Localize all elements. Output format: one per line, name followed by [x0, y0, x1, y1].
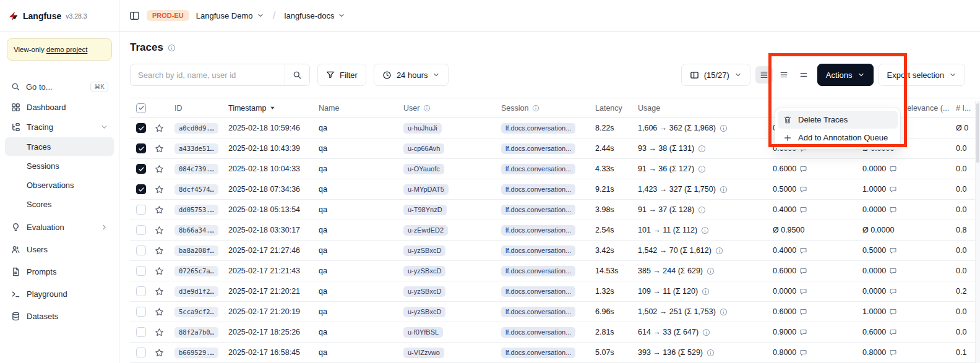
session-badge[interactable]: lf.docs.conversation...: [501, 164, 575, 174]
row-checkbox[interactable]: [136, 123, 146, 133]
sidebar-item-traces[interactable]: Traces: [5, 137, 114, 156]
table-row[interactable]: 8dcf4574...2025-02-18 07:34:36qau-MYpDAT…: [130, 179, 980, 200]
session-badge[interactable]: lf.docs.conversation...: [501, 143, 575, 154]
row-checkbox[interactable]: [136, 143, 146, 153]
session-cell[interactable]: lf.docs.conversation...: [496, 343, 590, 362]
session-cell[interactable]: lf.docs.conversation...: [496, 139, 590, 158]
filter-button[interactable]: Filter: [317, 64, 366, 86]
header-timestamp[interactable]: Timestamp: [223, 98, 314, 117]
table-row[interactable]: b669529...2025-02-17 16:58:45qau-VIZzvwo…: [130, 343, 980, 363]
sidebar-item-tracing[interactable]: Tracing: [5, 117, 114, 137]
trace-id-cell[interactable]: 07265c7a...: [170, 261, 223, 281]
trace-id-cell[interactable]: ba8a208f...: [170, 241, 223, 260]
trace-id-badge[interactable]: b669529...: [174, 348, 218, 358]
table-scrollbar[interactable]: [975, 101, 980, 363]
user-badge[interactable]: u-yzSBxcD: [403, 286, 445, 297]
trace-id-cell[interactable]: 5cca9cf2...: [170, 302, 223, 322]
session-badge[interactable]: lf.docs.conversation...: [501, 246, 575, 256]
session-badge[interactable]: lf.docs.conversation...: [501, 225, 575, 236]
trace-id-cell[interactable]: d3e9d1f2...: [170, 281, 223, 301]
trace-id-cell[interactable]: dd05753...: [170, 200, 223, 220]
star-icon[interactable]: [155, 287, 164, 296]
menu-item-add-to-annotation-queue[interactable]: Add to Annotation Queue: [778, 129, 898, 147]
user-cell[interactable]: u-f0YfBSL: [398, 322, 496, 342]
trace-id-cell[interactable]: b669529...: [170, 343, 223, 362]
sidebar-item-playground[interactable]: Playground: [5, 284, 114, 304]
user-badge[interactable]: u-MYpDAT5: [403, 184, 449, 195]
user-cell[interactable]: u-huJhuJi: [398, 118, 496, 138]
trace-id-cell[interactable]: a0cd0d9...: [170, 118, 223, 138]
trace-id-badge[interactable]: a433de51...: [174, 143, 218, 154]
scrollbar-thumb[interactable]: [976, 103, 979, 163]
user-cell[interactable]: u-yzSBxcD: [398, 302, 496, 322]
row-checkbox[interactable]: [136, 184, 146, 194]
session-cell[interactable]: lf.docs.conversation...: [496, 261, 590, 281]
sidebar-item-prompts[interactable]: Prompts: [5, 262, 114, 281]
user-cell[interactable]: u-yzSBxcD: [398, 241, 496, 260]
user-cell[interactable]: u-T98YnzD: [398, 200, 496, 220]
table-row[interactable]: 07265c7a...2025-02-17 21:21:43qau-yzSBxc…: [130, 261, 980, 281]
row-height-small-button[interactable]: [755, 66, 773, 83]
trace-id-cell[interactable]: 8b66a34...: [170, 220, 223, 240]
row-checkbox[interactable]: [136, 164, 146, 174]
star-icon[interactable]: [155, 185, 164, 194]
trace-id-cell[interactable]: 084c739...: [170, 159, 223, 179]
row-height-medium-button[interactable]: [775, 66, 793, 83]
user-badge[interactable]: u-VIZzvwo: [403, 348, 444, 358]
trace-id-badge[interactable]: d3e9d1f2...: [174, 286, 218, 297]
session-cell[interactable]: lf.docs.conversation...: [496, 322, 590, 342]
demo-project-link[interactable]: demo project: [46, 46, 87, 53]
sidebar-item-datasets[interactable]: Datasets: [5, 307, 114, 326]
user-badge[interactable]: u-yzSBxcD: [403, 246, 445, 256]
session-cell[interactable]: lf.docs.conversation...: [496, 220, 590, 240]
star-icon[interactable]: [155, 246, 164, 255]
actions-button[interactable]: Actions: [817, 64, 874, 86]
row-height-large-button[interactable]: [795, 66, 812, 83]
session-cell[interactable]: lf.docs.conversation...: [496, 159, 590, 179]
session-badge[interactable]: lf.docs.conversation...: [501, 266, 575, 276]
user-badge[interactable]: u-OYauofc: [403, 164, 444, 174]
sidebar-item-dashboard[interactable]: Dashboard: [5, 98, 114, 117]
star-icon[interactable]: [155, 267, 164, 276]
session-badge[interactable]: lf.docs.conversation...: [501, 348, 575, 358]
star-icon[interactable]: [155, 124, 164, 133]
trace-id-badge[interactable]: 084c739...: [174, 164, 218, 174]
org-switcher[interactable]: Langfuse Demo: [196, 11, 264, 20]
sidebar-item-scores[interactable]: Scores: [5, 195, 114, 213]
trace-id-cell[interactable]: 88f2a7b0...: [170, 322, 223, 342]
session-cell[interactable]: lf.docs.conversation...: [496, 241, 590, 260]
table-row[interactable]: 084c739...2025-02-18 10:04:33qau-OYauofc…: [130, 159, 980, 179]
select-all-checkbox[interactable]: [136, 103, 146, 113]
goto-search[interactable]: Go to... ⌘K: [5, 77, 114, 96]
row-checkbox[interactable]: [136, 246, 146, 255]
table-row[interactable]: 8b66a34...2025-02-18 03:30:17qau-zEwdED2…: [130, 220, 980, 241]
session-badge[interactable]: lf.docs.conversation...: [501, 184, 575, 195]
session-badge[interactable]: lf.docs.conversation...: [501, 286, 575, 297]
row-checkbox[interactable]: [136, 225, 146, 235]
row-checkbox[interactable]: [136, 266, 146, 276]
search-button[interactable]: [285, 64, 309, 85]
user-cell[interactable]: u-VIZzvwo: [398, 343, 496, 362]
user-badge[interactable]: u-yzSBxcD: [403, 266, 445, 276]
row-checkbox[interactable]: [136, 307, 146, 317]
user-cell[interactable]: u-yzSBxcD: [398, 281, 496, 301]
row-checkbox[interactable]: [136, 286, 146, 296]
table-row[interactable]: dd05753...2025-02-18 05:13:54qau-T98YnzD…: [130, 200, 980, 220]
session-badge[interactable]: lf.docs.conversation...: [501, 205, 575, 215]
session-cell[interactable]: lf.docs.conversation...: [496, 179, 590, 199]
row-checkbox[interactable]: [136, 348, 146, 357]
user-badge[interactable]: u-f0YfBSL: [403, 327, 443, 338]
session-badge[interactable]: lf.docs.conversation...: [501, 123, 575, 134]
sidebar-toggle-icon[interactable]: [129, 11, 140, 21]
user-cell[interactable]: u-MYpDAT5: [398, 179, 496, 199]
table-row[interactable]: 5cca9cf2...2025-02-17 21:20:19qau-yzSBxc…: [130, 302, 980, 322]
sidebar-item-sessions[interactable]: Sessions: [5, 156, 114, 175]
user-badge[interactable]: u-cp66Avh: [403, 143, 444, 154]
user-cell[interactable]: u-zEwdED2: [398, 220, 496, 240]
user-cell[interactable]: u-OYauofc: [398, 159, 496, 179]
search-input[interactable]: [131, 64, 285, 85]
row-checkbox[interactable]: [136, 327, 146, 337]
sidebar-item-users[interactable]: Users: [5, 240, 114, 259]
user-badge[interactable]: u-T98YnzD: [403, 205, 447, 215]
table-row[interactable]: ba8a208f...2025-02-17 21:27:46qau-yzSBxc…: [130, 241, 980, 261]
